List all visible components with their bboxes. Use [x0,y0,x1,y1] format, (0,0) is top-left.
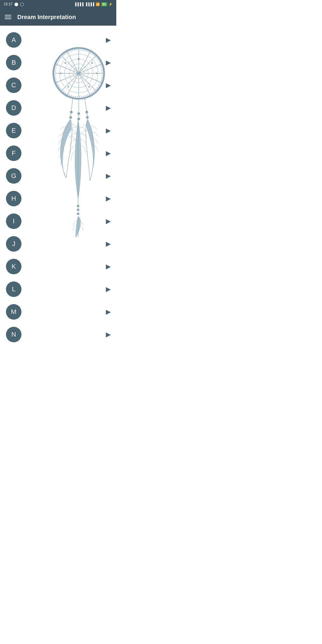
alphabet-item[interactable]: H▶ [0,187,116,210]
letter-circle: F [6,145,21,161]
chevron-right-icon: ▶ [106,263,110,270]
chevron-right-icon: ▶ [106,218,110,225]
letter-circle: B [6,55,21,70]
chevron-right-icon: ▶ [106,240,110,247]
alphabet-item[interactable]: M▶ [0,301,116,323]
alphabet-item[interactable]: K▶ [0,255,116,278]
alphabet-item[interactable]: N▶ [0,323,116,346]
chevron-right-icon: ▶ [106,82,110,89]
chevron-right-icon: ▶ [106,195,110,202]
alphabet-item[interactable]: J▶ [0,233,116,255]
alphabet-list: A▶B▶C▶D▶E▶F▶G▶H▶I▶J▶K▶L▶M▶N▶ [0,26,116,349]
chevron-right-icon: ▶ [106,127,110,134]
wifi-icon: 📶 [96,2,100,6]
letter-circle: N [6,327,21,342]
main-content: A▶B▶C▶D▶E▶F▶G▶H▶I▶J▶K▶L▶M▶N▶ [0,26,116,349]
alphabet-item[interactable]: A▶ [0,29,116,51]
battery-icon: 91 [101,2,107,6]
letter-circle: M [6,304,21,320]
chevron-right-icon: ▶ [106,150,110,157]
letter-circle: H [6,191,21,206]
toolbar: Dream Interpretation [0,8,116,26]
chevron-right-icon: ▶ [106,59,110,66]
alphabet-item[interactable]: C▶ [0,74,116,97]
letter-circle: I [6,213,21,229]
signal-icon2: ▐▐▐▐ [85,2,94,6]
circle-icon1: ⬤ [14,2,18,6]
hamburger-line3 [5,18,11,19]
time-display: 15:17 [4,2,13,6]
status-right: ▐▐▐▐ ▐▐▐▐ 📶 91 ⚡ [74,2,113,6]
hamburger-line1 [5,15,11,16]
alphabet-item[interactable]: D▶ [0,97,116,119]
chevron-right-icon: ▶ [106,36,110,44]
alphabet-item[interactable]: E▶ [0,119,116,142]
chevron-right-icon: ▶ [106,286,110,293]
letter-circle: D [6,100,21,116]
chevron-right-icon: ▶ [106,331,110,338]
letter-circle: L [6,281,21,297]
status-bar: 15:17 ⬤ ◯ ▐▐▐▐ ▐▐▐▐ 📶 91 ⚡ [0,0,116,8]
chevron-right-icon: ▶ [106,104,110,112]
chevron-right-icon: ▶ [106,172,110,179]
letter-circle: J [6,236,21,252]
circle-icon2: ◯ [20,2,24,6]
alphabet-item[interactable]: B▶ [0,51,116,74]
letter-circle: A [6,32,21,48]
status-left: 15:17 ⬤ ◯ [4,2,24,6]
alphabet-item[interactable]: G▶ [0,165,116,187]
letter-circle: K [6,259,21,274]
alphabet-item[interactable]: I▶ [0,210,116,233]
signal-icon1: ▐▐▐▐ [74,2,83,6]
alphabet-item[interactable]: F▶ [0,142,116,165]
letter-circle: C [6,78,21,93]
letter-circle: G [6,168,21,184]
chevron-right-icon: ▶ [106,308,110,315]
alphabet-item[interactable]: L▶ [0,278,116,301]
page-title: Dream Interpretation [17,14,76,21]
menu-button[interactable] [5,15,11,19]
hamburger-line2 [5,17,11,17]
charging-icon: ⚡ [109,2,113,6]
letter-circle: E [6,123,21,138]
